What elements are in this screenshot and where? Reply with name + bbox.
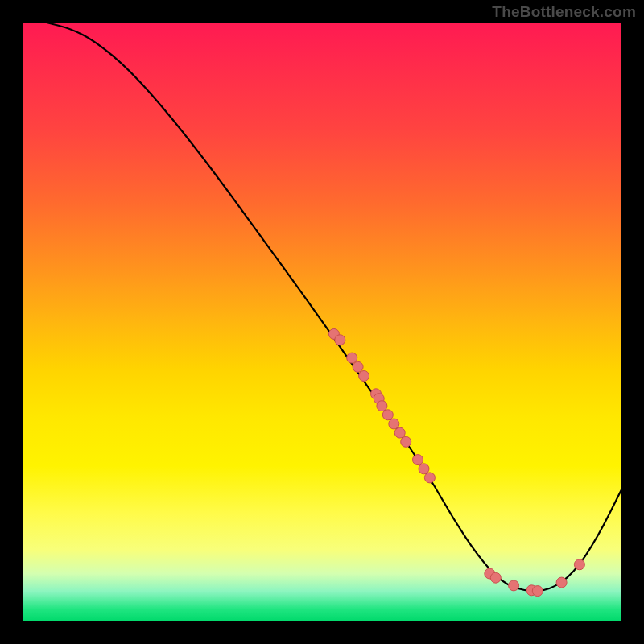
watermark-text: TheBottleneck.com bbox=[492, 3, 636, 21]
data-point bbox=[532, 586, 543, 597]
data-point bbox=[401, 436, 411, 447]
data-point bbox=[347, 353, 357, 363]
highlight-points bbox=[328, 328, 584, 596]
data-point bbox=[574, 559, 584, 570]
data-point bbox=[353, 361, 363, 372]
data-point bbox=[424, 473, 435, 483]
data-point bbox=[389, 419, 399, 429]
plot-area bbox=[23, 23, 621, 621]
plot-svg bbox=[23, 23, 621, 621]
data-point bbox=[359, 371, 369, 382]
data-point bbox=[377, 401, 387, 411]
data-point bbox=[509, 580, 519, 591]
data-point bbox=[413, 455, 423, 465]
data-point bbox=[419, 464, 429, 474]
data-point bbox=[490, 572, 501, 583]
bottleneck-curve bbox=[47, 23, 621, 591]
chart-frame: TheBottleneck.com bbox=[0, 0, 644, 644]
data-point bbox=[335, 335, 345, 345]
data-point bbox=[556, 577, 567, 588]
data-point bbox=[394, 427, 405, 438]
data-point bbox=[382, 410, 393, 420]
